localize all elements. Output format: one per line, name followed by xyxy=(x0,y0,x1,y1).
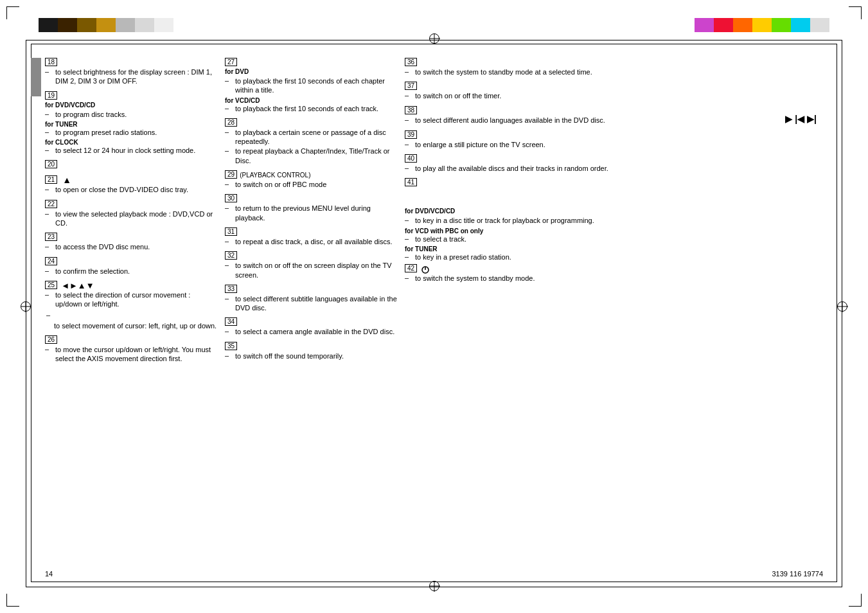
item-19: 19 for DVD/VCD/CD – to program disc trac… xyxy=(45,91,218,155)
dash: – xyxy=(225,76,233,84)
item-20: 20 xyxy=(45,160,218,170)
item-num-24: 24 xyxy=(45,257,57,265)
item-num-35: 35 xyxy=(225,342,237,350)
item-29: 29 (PLAYBACK CONTROL) – to switch on or … xyxy=(225,170,398,189)
item-32: 32 – to switch on or off the on screen d… xyxy=(225,251,398,280)
dash: – xyxy=(405,116,412,123)
item-31-text: to repeat a disc track, a disc, or all a… xyxy=(235,237,398,246)
item-42-line1: – to switch the system to standby mode. xyxy=(405,274,817,283)
color-block-4 xyxy=(96,18,116,32)
item-37-line1: – to switch on or off the timer. xyxy=(405,91,817,100)
dash: – xyxy=(45,345,53,353)
corner-mark-bl xyxy=(6,594,19,607)
crosshair-circle-right xyxy=(837,301,847,312)
item-27-text2: to playback the first 10 seconds of each… xyxy=(235,104,398,113)
item-27-heading-dvd: for DVD xyxy=(225,68,249,75)
item-25-extra-text: to select movement of cursor: left, righ… xyxy=(45,321,218,330)
item-21: 21 ▲ – to open or close the DVD-VIDEO di… xyxy=(45,175,218,194)
color-block-6 xyxy=(135,18,154,32)
item-19-heading-dvd: for DVD/VCD/CD xyxy=(45,102,95,109)
col3-heading-tuner: for TUNER xyxy=(405,245,438,253)
item-num-30: 30 xyxy=(225,194,237,202)
item-26-line1: – to move the cursor up/down or left/rig… xyxy=(45,345,218,364)
col3-bottom-section: for DVD/VCD/CD – to key in a disc title … xyxy=(405,207,817,283)
item-27-line1: – to playback the first 10 seconds of ea… xyxy=(225,76,398,95)
item-42-text: to switch the system to standby mode. xyxy=(415,274,817,283)
inner-border-right xyxy=(837,44,837,582)
item-num-25: 25 xyxy=(45,281,57,289)
item-31: 31 – to repeat a disc track, a disc, or … xyxy=(225,227,398,246)
item-num-38: 38 xyxy=(405,106,417,114)
item-18-text: to select brightness for the display scr… xyxy=(55,67,218,86)
color-block-5 xyxy=(116,18,135,32)
item-19-text2: to program preset radio stations. xyxy=(55,128,218,137)
item-num-40: 40 xyxy=(405,154,417,163)
column-2: 27 for DVD – to playback the first 10 se… xyxy=(225,58,405,568)
crosshair-right xyxy=(837,301,847,312)
item-33-text: to select different subtitle languages a… xyxy=(235,294,398,313)
dash: – xyxy=(405,235,412,242)
item-31-line1: – to repeat a disc track, a disc, or all… xyxy=(225,237,398,246)
crosshair-bottom xyxy=(429,581,439,591)
dash: – xyxy=(45,209,53,217)
color-block-3 xyxy=(77,18,96,32)
item-num-31: 31 xyxy=(225,227,237,236)
item-19-line2: – to program preset radio stations. xyxy=(45,128,218,137)
item-25-line1: – to select the direction of cursor move… xyxy=(45,290,218,309)
item-28-text2: to repeat playback a Chapter/Index, Titl… xyxy=(235,147,398,165)
item-21-text: to open or close the DVD-VIDEO disc tray… xyxy=(55,185,218,194)
col3-line3: – to key in a preset radio station. xyxy=(405,253,817,262)
item-19-text3: to select 12 or 24 hour in clock setting… xyxy=(55,146,218,155)
dash: – xyxy=(45,146,53,154)
page-number: 14 xyxy=(45,570,53,578)
page: 18 – to select brightness for the displa… xyxy=(0,0,868,613)
dash: – xyxy=(405,253,412,260)
item-num-18: 18 xyxy=(45,58,57,66)
dash: – xyxy=(225,147,233,154)
color-block-r4 xyxy=(752,18,772,32)
item-32-line1: – to switch on or off the on screen disp… xyxy=(225,261,398,280)
dash: – xyxy=(45,185,53,193)
item-24-text: to confirm the selection. xyxy=(55,267,218,276)
item-num-27: 27 xyxy=(225,58,237,66)
border-right xyxy=(842,40,842,587)
item-29-symbol: (PLAYBACK CONTROL) xyxy=(240,172,310,179)
item-40-line1: – to play all the available discs and th… xyxy=(405,164,817,173)
item-19-line3: – to select 12 or 24 hour in clock setti… xyxy=(45,146,218,155)
crosshair-circle-top xyxy=(429,33,439,44)
item-21-line1: – to open or close the DVD-VIDEO disc tr… xyxy=(45,185,218,194)
item-num-37: 37 xyxy=(405,82,417,90)
dash: – xyxy=(45,110,53,118)
item-26: 26 – to move the cursor up/down or left/… xyxy=(45,335,218,364)
item-41: 41 xyxy=(405,178,817,188)
dash: – xyxy=(45,67,53,75)
dash: – xyxy=(225,180,233,188)
item-29-text: to switch on or off PBC mode xyxy=(235,180,398,189)
item-27-heading-vcd: for VCD/CD xyxy=(225,97,260,104)
crosshair-top xyxy=(429,33,439,44)
document-number: 3139 116 19774 xyxy=(772,570,823,578)
item-19-heading-clock: for CLOCK xyxy=(45,139,78,146)
item-35-line1: – to switch off the sound temporarily. xyxy=(225,351,398,360)
item-42-row: 42 xyxy=(405,264,817,274)
col3-line1: – to key in a disc title or track for pl… xyxy=(405,216,817,225)
item-28-text1: to playback a certain scene or passage o… xyxy=(235,128,398,147)
item-33: 33 – to select different subtitle langua… xyxy=(225,285,398,313)
item-36: 36 – to switch the system to standby mod… xyxy=(405,58,817,76)
item-36-line1: – to switch the system to standby mode a… xyxy=(405,67,817,76)
col3-text2: to select a track. xyxy=(415,235,817,244)
item-num-22: 22 xyxy=(45,200,57,208)
color-block-r2 xyxy=(714,18,733,32)
main-content: 18 – to select brightness for the displa… xyxy=(45,58,823,568)
dash: – xyxy=(405,164,412,172)
color-bar-left xyxy=(39,18,173,32)
item-19-text1: to program disc tracks. xyxy=(55,110,218,119)
item-num-39: 39 xyxy=(405,130,417,139)
col3-text1: to key in a disc title or track for play… xyxy=(415,216,817,225)
dash: – xyxy=(45,128,53,136)
item-37: 37 – to switch on or off the timer. xyxy=(405,82,817,100)
item-34-line1: – to select a camera angle available in … xyxy=(225,327,398,336)
item-38-media-icons: ▶ |◀ ▶| xyxy=(785,106,817,125)
item-34: 34 – to select a camera angle available … xyxy=(225,317,398,336)
item-32-text: to switch on or off the on screen displa… xyxy=(235,261,398,280)
